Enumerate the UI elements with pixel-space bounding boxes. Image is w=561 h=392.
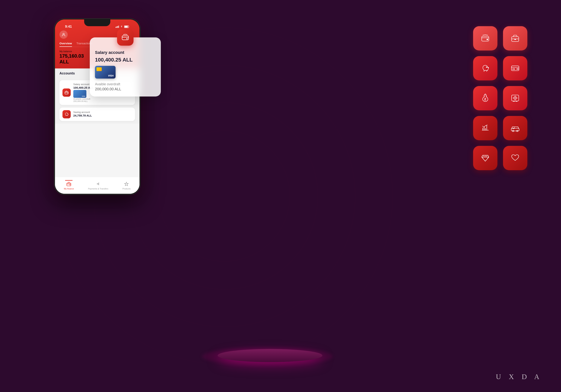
popup-overdraft-amount: 200,000.00 ALL (95, 87, 156, 91)
avatar-button[interactable] (59, 31, 68, 39)
card-image-small (73, 90, 86, 98)
svg-rect-0 (116, 27, 116, 28)
wallet-icon-btn[interactable] (473, 26, 497, 51)
saving-account-card[interactable]: Saving account 24,759.78 ALL (59, 108, 135, 121)
svg-rect-2 (118, 26, 118, 28)
popup-icon-svg (121, 33, 129, 41)
chart-svg (480, 123, 490, 133)
tab-overview[interactable]: Overview (59, 42, 72, 47)
balance-label: My balance (59, 50, 94, 53)
battery-icon (124, 25, 129, 28)
svg-rect-7 (65, 92, 68, 94)
svg-rect-20 (513, 69, 515, 70)
svg-point-22 (518, 69, 518, 70)
saving-account-info: Saving account 24,759.78 ALL (73, 111, 132, 118)
heart-svg (510, 153, 520, 163)
status-time: 9:41 (65, 25, 72, 29)
card-svg (510, 63, 520, 73)
popup-card-image: VISA VISA (95, 66, 116, 78)
piggy-icon-btn[interactable] (473, 56, 497, 80)
svg-point-24 (514, 97, 517, 99)
svg-rect-14 (482, 36, 489, 41)
salary-account-icon (63, 88, 71, 97)
diamond-svg (480, 153, 490, 163)
svg-point-17 (515, 39, 516, 40)
briefcase-icon-btn[interactable] (503, 26, 527, 51)
piggy-icon-small (65, 112, 69, 116)
piggy-svg (480, 63, 490, 73)
signal-icon (116, 26, 119, 28)
svg-point-9 (67, 114, 67, 114)
balance-col: My balance 175,160.03 ALL (59, 50, 94, 65)
svg-rect-19 (511, 66, 519, 71)
svg-rect-12 (122, 36, 129, 40)
wallet-svg (480, 33, 490, 44)
balance-amount: 175,160.03 ALL (59, 53, 94, 65)
svg-point-15 (487, 39, 488, 40)
overdraft-label: Available overdraft (73, 98, 132, 100)
money-bag-svg (480, 93, 490, 103)
chart-icon-btn[interactable] (473, 116, 497, 140)
saving-account-icon (63, 110, 71, 118)
safe-icon-btn[interactable] (503, 86, 527, 110)
popup-wallet-icon (117, 29, 133, 46)
uxda-logo: U X D A (496, 372, 542, 381)
diamond-icon-btn[interactable] (473, 146, 497, 170)
status-icons (116, 25, 129, 28)
briefcase-svg (510, 33, 520, 44)
status-bar: 9:41 (59, 22, 135, 29)
svg-rect-5 (125, 26, 128, 27)
money-bag-icon-btn[interactable] (473, 86, 497, 110)
svg-point-13 (126, 38, 128, 39)
saving-account-name: Saving account (73, 111, 132, 114)
overdraft-amount: 200,000.00 ALL (73, 100, 132, 102)
person-icon (62, 33, 66, 37)
popup-title: Salary account (95, 50, 156, 55)
car-svg (510, 123, 520, 133)
wallet-icon-small (65, 90, 69, 95)
popup-card: Salary account 100,400.25 ALL VISA VISA … (90, 37, 161, 97)
safe-svg (510, 93, 520, 103)
svg-point-8 (67, 93, 68, 94)
wifi-icon (120, 26, 123, 28)
svg-rect-1 (117, 26, 117, 28)
svg-point-25 (515, 98, 516, 98)
stage-platform (218, 349, 322, 362)
svg-point-18 (486, 67, 487, 67)
heart-icon-btn[interactable] (503, 146, 527, 170)
saving-account-balance: 24,759.78 ALL (73, 114, 132, 117)
card-icon-btn[interactable] (503, 56, 527, 80)
icons-grid (473, 26, 527, 170)
svg-rect-3 (118, 26, 119, 28)
svg-point-6 (63, 33, 64, 35)
popup-overdraft-label: Avaible overdraft (95, 82, 156, 86)
popup-amount: 100,400.25 ALL (95, 57, 156, 63)
car-icon-btn[interactable] (503, 116, 527, 140)
